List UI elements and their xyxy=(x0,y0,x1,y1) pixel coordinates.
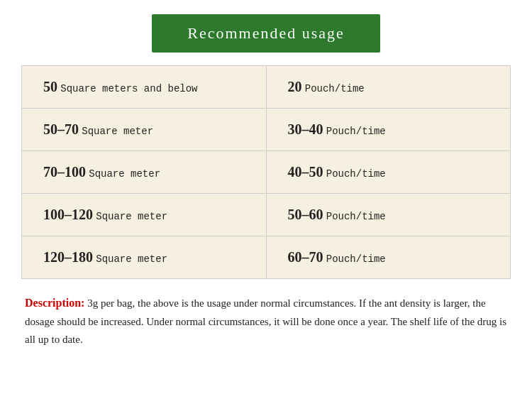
usage-cell: 40–50 Pouch/time xyxy=(267,151,511,193)
area-number: 70–100 xyxy=(43,164,86,180)
table-row: 100–120 Square meter50–60 Pouch/time xyxy=(22,194,510,236)
area-number: 100–120 xyxy=(43,207,93,222)
usage-number: 50–60 xyxy=(288,207,323,222)
usage-cell: 60–70 Pouch/time xyxy=(267,236,511,278)
area-unit: Square meters and below xyxy=(60,83,197,94)
usage-number: 60–70 xyxy=(288,249,323,265)
usage-cell: 20 Pouch/time xyxy=(267,66,511,108)
usage-number: 40–50 xyxy=(288,164,323,180)
table-row: 70–100 Square meter40–50 Pouch/time xyxy=(22,151,510,194)
area-cell: 120–180 Square meter xyxy=(22,236,267,278)
description-label: Description: xyxy=(25,297,84,309)
area-unit: Square meter xyxy=(96,253,167,265)
usage-number: 20 xyxy=(288,79,302,94)
usage-table: 50 Square meters and below20 Pouch/time5… xyxy=(21,65,511,279)
usage-unit: Pouch/time xyxy=(326,253,386,265)
area-unit: Square meter xyxy=(96,211,167,222)
area-cell: 70–100 Square meter xyxy=(22,151,267,193)
area-number: 50–70 xyxy=(43,121,79,137)
usage-number: 30–40 xyxy=(288,121,323,137)
description-block: Description: 3g per bag, the above is th… xyxy=(21,293,511,349)
table-row: 50 Square meters and below20 Pouch/time xyxy=(22,66,510,109)
area-cell: 50 Square meters and below xyxy=(22,66,267,108)
area-number: 120–180 xyxy=(43,249,93,265)
page-title: Recommended usage xyxy=(152,14,380,53)
area-cell: 50–70 Square meter xyxy=(22,109,267,150)
usage-unit: Pouch/time xyxy=(305,83,365,94)
area-cell: 100–120 Square meter xyxy=(22,194,267,236)
usage-unit: Pouch/time xyxy=(326,126,386,137)
description-text: 3g per bag, the above is the usage under… xyxy=(25,297,506,345)
table-row: 50–70 Square meter30–40 Pouch/time xyxy=(22,109,510,151)
usage-unit: Pouch/time xyxy=(326,211,386,222)
area-unit: Square meter xyxy=(82,126,153,137)
usage-unit: Pouch/time xyxy=(326,168,386,180)
usage-cell: 50–60 Pouch/time xyxy=(267,194,511,236)
area-number: 50 xyxy=(43,79,57,94)
usage-cell: 30–40 Pouch/time xyxy=(267,109,511,150)
area-unit: Square meter xyxy=(89,168,160,180)
table-row: 120–180 Square meter60–70 Pouch/time xyxy=(22,236,510,278)
